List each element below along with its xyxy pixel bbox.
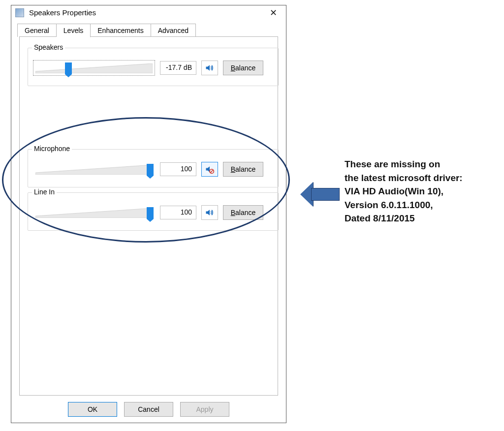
tabstrip: General Levels Enhancements Advanced bbox=[17, 23, 282, 36]
tab-body-levels: Speakers -17.7 dB bbox=[19, 36, 278, 396]
speaker-icon bbox=[205, 208, 215, 217]
microphone-balance-button[interactable]: Balance bbox=[223, 162, 263, 177]
line-in-slider[interactable] bbox=[33, 205, 155, 220]
svg-line-3 bbox=[210, 170, 213, 173]
line-in-balance-button[interactable]: Balance bbox=[223, 205, 263, 220]
speakers-value[interactable]: -17.7 dB bbox=[160, 61, 196, 75]
group-speakers: Speakers -17.7 dB bbox=[28, 48, 279, 86]
line-in-slider-thumb[interactable] bbox=[147, 207, 154, 219]
speakers-slider-thumb[interactable] bbox=[65, 62, 72, 74]
microphone-value[interactable]: 100 bbox=[160, 162, 196, 176]
tabs-container: General Levels Enhancements Advanced Spe… bbox=[11, 20, 286, 400]
speakers-properties-dialog: Speakers Properties ✕ General Levels Enh… bbox=[11, 5, 286, 423]
microphone-slider[interactable] bbox=[33, 161, 155, 177]
svg-marker-4 bbox=[35, 208, 153, 218]
window-icon bbox=[15, 8, 24, 17]
svg-marker-0 bbox=[35, 63, 153, 73]
annotation-arrow-icon bbox=[300, 182, 340, 207]
speaker-icon bbox=[205, 63, 215, 73]
microphone-mute-button[interactable] bbox=[201, 162, 218, 177]
tab-advanced[interactable]: Advanced bbox=[151, 24, 196, 37]
annotation-line: These are missing on bbox=[345, 157, 497, 171]
titlebar: Speakers Properties ✕ bbox=[11, 5, 286, 20]
speakers-mute-button[interactable] bbox=[201, 61, 218, 75]
svg-marker-1 bbox=[35, 165, 153, 175]
annotation-line: the latest microsoft driver: bbox=[345, 171, 497, 185]
tab-levels[interactable]: Levels bbox=[57, 24, 91, 37]
dialog-footer: OK Cancel Apply bbox=[11, 400, 286, 423]
apply-button: Apply bbox=[180, 402, 229, 417]
line-in-value[interactable]: 100 bbox=[160, 206, 196, 219]
tab-enhancements[interactable]: Enhancements bbox=[91, 24, 151, 37]
ok-button[interactable]: OK bbox=[68, 402, 117, 417]
annotation-line: Dated 8/11/2015 bbox=[345, 212, 497, 225]
group-line-in: Line In 100 bbox=[28, 192, 279, 231]
line-in-mute-button[interactable] bbox=[201, 205, 218, 220]
speakers-slider[interactable] bbox=[33, 60, 155, 76]
cancel-button[interactable]: Cancel bbox=[124, 402, 173, 417]
annotation-text: These are missing on the latest microsof… bbox=[345, 157, 497, 225]
annotation-line: VIA HD Audio(Win 10), bbox=[345, 185, 497, 198]
annotation-line: Version 6.0.11.1000, bbox=[345, 198, 497, 212]
group-microphone-label: Microphone bbox=[32, 145, 72, 153]
tab-general[interactable]: General bbox=[17, 24, 57, 37]
speaker-muted-icon bbox=[205, 164, 215, 174]
microphone-slider-thumb[interactable] bbox=[147, 164, 154, 176]
window-title: Speakers Properties bbox=[29, 8, 263, 17]
group-line-in-label: Line In bbox=[32, 188, 57, 196]
group-microphone: Microphone 100 bbox=[28, 149, 279, 187]
group-speakers-label: Speakers bbox=[32, 43, 65, 51]
speakers-balance-button[interactable]: Balance bbox=[223, 61, 263, 75]
close-button[interactable]: ✕ bbox=[263, 7, 283, 18]
